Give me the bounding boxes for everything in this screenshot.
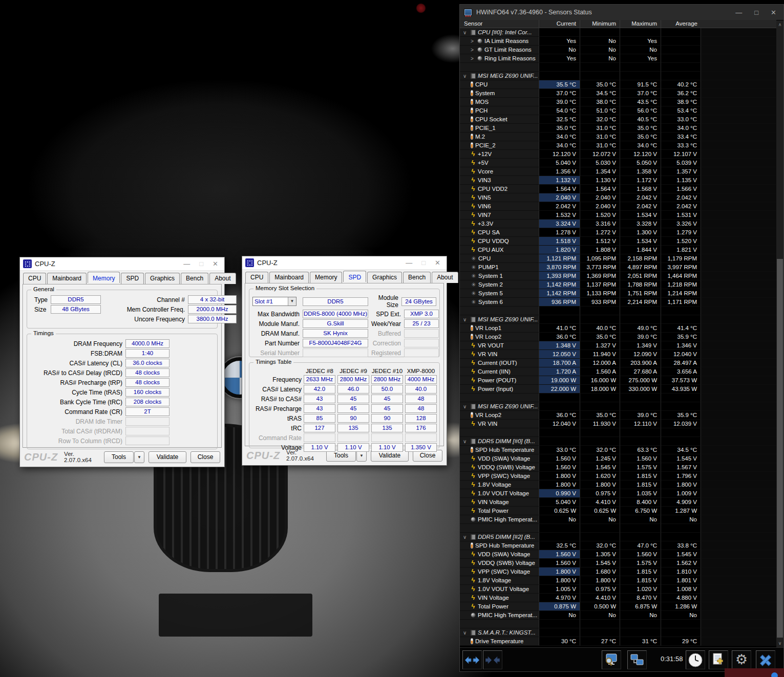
sensor-row[interactable]: MOS39.0 °C38.0 °C43.5 °C38.9 °C [460,98,776,106]
sensor-row[interactable]: ✳System 11,393 RPM1,369 RPM2,051 RPM1,46… [460,272,776,280]
validate-button[interactable]: Validate [149,451,186,463]
sensor-row[interactable]: ϟVPP (SWC) Voltage1.800 V1.680 V1.815 V1… [460,567,776,576]
sensor-row[interactable]: ϟVR VIN12.040 V11.930 V12.110 V12.039 V [460,420,776,428]
sensor-row[interactable]: ϟ1.8V Voltage1.800 V1.800 V1.815 V1.801 … [460,576,776,585]
sensor-row[interactable]: CPU Socket32.5 °C32.0 °C40.5 °C33.0 °C [460,115,776,124]
sensor-row[interactable]: ϟCPU VDD21.564 V1.564 V1.568 V1.566 V [460,185,776,193]
sensor-row[interactable]: ϟ1.0V VOUT Voltage0.990 V0.975 V1.035 V1… [460,489,776,498]
tab-spd[interactable]: SPD [121,273,144,284]
collapse-arrow-icon[interactable]: ∨ [463,28,471,37]
collapse-arrow-icon[interactable]: ∨ [463,402,471,411]
scrollbar-thumb[interactable] [777,259,783,638]
sensor-row[interactable]: PMIC High Temperat...NoNoNoNo [460,515,776,524]
sensor-row[interactable]: ϟTotal Power0.625 W0.625 W6.750 W1.287 W [460,507,776,515]
sensor-row[interactable]: ϟVIN Voltage5.040 V4.410 V8.400 V4.909 V [460,498,776,507]
sensor-row[interactable]: ϟCPU VDDQ1.518 V1.512 V1.534 V1.520 V [460,237,776,246]
sensor-group-row[interactable]: ∨MSI MEG Z690 UNIF... [460,72,776,80]
titlebar[interactable]: HWiNFO64 v7.36-4960 - Sensors Status — □… [460,5,783,20]
column-header-row[interactable]: SensorCurrentMinimumMaximumAverage [460,20,776,28]
tab-mainboard[interactable]: Mainboard [269,272,309,283]
sensor-row[interactable]: >IA Limit ReasonsYesNoYes [460,37,776,46]
sensor-row[interactable]: >GT Limit ReasonsNoNoNo [460,46,776,54]
sensor-row[interactable]: ✳PUMP13,870 RPM3,773 RPM4,897 RPM3,997 R… [460,263,776,272]
sensor-row[interactable]: ϟCPU AUX1.820 V1.808 V1.844 V1.821 V [460,246,776,254]
column-header[interactable]: Maximum [620,20,661,28]
sensor-row[interactable]: SPD Hub Temperature32.5 °C32.0 °C47.0 °C… [460,541,776,550]
sensor-row[interactable]: ϟ1.8V Voltage1.800 V1.800 V1.815 V1.800 … [460,481,776,489]
sensor-group-row[interactable]: ∨MSI MEG Z690 UNIF... [460,315,776,324]
sensor-group-row[interactable]: ∨S.M.A.R.T.: KINGST... [460,628,776,637]
expand-arrow-icon[interactable]: > [471,37,477,46]
close-icon[interactable]: ✕ [213,260,218,268]
sensor-row[interactable]: ϟVR VIN12.050 V11.940 V12.090 V12.040 V [460,350,776,359]
tab-about[interactable]: About [432,272,458,283]
close-button[interactable]: Close [190,451,220,463]
column-header[interactable]: Minimum [580,20,620,28]
tab-graphics[interactable]: Graphics [145,273,180,284]
sensor-row[interactable]: VR Loop236.0 °C35.0 °C39.0 °C35.9 °C [460,411,776,420]
tools-button[interactable]: Tools [104,451,134,463]
minimize-icon[interactable]: — [406,259,412,267]
tab-graphics[interactable]: Graphics [367,272,402,283]
sensor-row[interactable]: ϟVIN52.040 V2.040 V2.042 V2.042 V [460,193,776,202]
tab-cpu[interactable]: CPU [23,273,46,284]
chevron-down-icon[interactable]: ▼ [288,297,296,305]
tab-memory[interactable]: Memory [88,272,120,283]
sensor-row[interactable]: ϟ1.0V VOUT Voltage1.005 V0.975 V1.020 V1… [460,585,776,594]
slot-select[interactable]: Slot #1 ▼ [252,297,296,306]
sensor-row[interactable]: VR Loop141.0 °C40.0 °C49.0 °C41.4 °C [460,324,776,333]
sensor-row[interactable]: ✳System 51,142 RPM1,133 RPM1,751 RPM1,21… [460,289,776,298]
sensor-row[interactable]: ϟVcore1.356 V1.354 V1.358 V1.357 V [460,167,776,176]
column-header[interactable]: Average [661,20,701,28]
report-button[interactable] [709,650,728,669]
sensor-row[interactable]: ϟCurrent (IOUT)18.700 A12.000 A203.900 A… [460,359,776,367]
sensor-row[interactable]: Drive Temperature30 °C27 °C31 °C29 °C [460,637,776,646]
vertical-scrollbar[interactable]: ∧ ∨ [776,20,783,647]
scroll-up-icon[interactable]: ∧ [776,20,783,29]
sensor-row[interactable]: PCH54.0 °C51.0 °C56.0 °C53.4 °C [460,106,776,115]
close-icon[interactable]: ✕ [435,259,440,267]
sensor-row[interactable]: ϟPower (Input)22.000 W18.000 W330.000 W4… [460,385,776,394]
clock-button[interactable] [686,650,705,669]
sensor-row[interactable]: ϟCPU SA1.278 V1.272 V1.300 V1.279 V [460,228,776,237]
tab-bench[interactable]: Bench [403,272,431,283]
sensor-row[interactable]: ϟPower (POUT)19.000 W16.000 W275.000 W37… [460,376,776,385]
settings-button[interactable]: ⚙ [732,650,751,669]
scroll-down-icon[interactable]: ∨ [776,639,783,647]
sensor-row[interactable]: ϟVDD (SWA) Voltage1.560 V1.305 V1.560 V1… [460,550,776,559]
sensor-row[interactable]: ϟVPP (SWC) Voltage1.800 V1.620 V1.815 V1… [460,472,776,481]
close-sensors-button[interactable] [756,650,775,669]
tab-memory[interactable]: Memory [310,272,342,283]
sensor-row[interactable]: ϟVDD (SWA) Voltage1.560 V1.245 V1.560 V1… [460,454,776,463]
tab-mainboard[interactable]: Mainboard [47,273,87,284]
remote-monitoring-button[interactable] [602,650,621,669]
minimize-icon[interactable]: — [183,260,190,268]
collapse-columns-button[interactable] [483,650,502,669]
column-header[interactable]: Current [539,20,580,28]
collapse-arrow-icon[interactable]: ∨ [463,533,471,541]
sensor-row[interactable]: ϟCurrent (IIN)1.720 A1.560 A27.680 A3.65… [460,367,776,376]
expand-arrow-icon[interactable]: > [471,54,477,63]
column-header[interactable]: Sensor [460,20,539,28]
tab-bench[interactable]: Bench [181,273,208,284]
sensor-row[interactable]: ϟ+5V5.040 V5.030 V5.050 V5.039 V [460,159,776,167]
tab-cpu[interactable]: CPU [245,272,268,283]
collapse-arrow-icon[interactable]: ∨ [463,628,471,637]
network-button[interactable] [627,650,647,669]
close-icon[interactable]: ✕ [771,9,776,16]
sensor-row[interactable]: PMIC High Temperat...NoNoNoNo [460,611,776,620]
sensor-row[interactable]: ϟVDDQ (SWB) Voltage1.560 V1.545 V1.575 V… [460,559,776,567]
collapse-arrow-icon[interactable]: ∨ [463,437,471,446]
sensor-row[interactable]: CPU35.5 °C35.0 °C91.5 °C40.2 °C [460,80,776,89]
sensor-row[interactable]: PCIE_234.0 °C31.0 °C34.0 °C33.3 °C [460,141,776,150]
collapse-arrow-icon[interactable]: ∨ [463,72,471,80]
sensor-row[interactable]: ϟ+3.3V3.324 V3.316 V3.328 V3.326 V [460,220,776,228]
maximize-icon[interactable]: □ [754,9,758,16]
sensor-row[interactable]: VR Loop236.0 °C35.0 °C39.0 °C35.9 °C [460,333,776,341]
sensor-row[interactable]: ϟTotal Power0.875 W0.500 W6.875 W1.286 W [460,602,776,611]
expand-arrow-icon[interactable]: > [471,46,477,54]
titlebar[interactable]: CPU-Z — □ ✕ [242,256,447,270]
sensor-row[interactable]: ✳System 6936 RPM933 RPM2,214 RPM1,171 RP… [460,298,776,307]
sensor-row[interactable]: ✳CPU1,121 RPM1,095 RPM2,158 RPM1,179 RPM [460,254,776,263]
tab-about[interactable]: About [209,273,236,284]
